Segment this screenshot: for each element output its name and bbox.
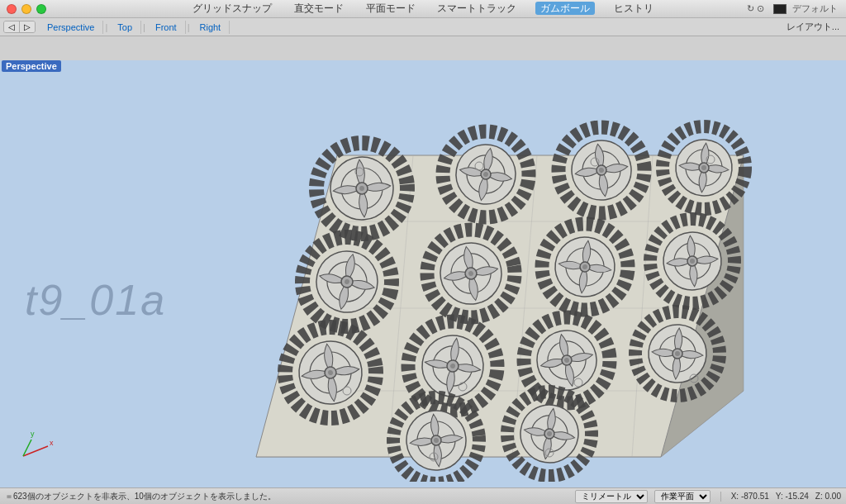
title-right-area: ↻ ⊙ デフォルト	[747, 2, 838, 15]
viewport-tab-group: ◁ ▷	[3, 21, 36, 33]
history-label[interactable]: ヒストリ	[611, 2, 657, 14]
viewport-active-label: Perspective	[2, 60, 61, 72]
cplane-select[interactable]: 作業平面	[654, 490, 711, 503]
grid-snap-label[interactable]: グリッドスナップ	[189, 2, 275, 14]
tab-right[interactable]: Right	[192, 21, 231, 34]
tab-sep-2: |	[141, 22, 147, 32]
toolbar-text: グリッドスナップ 直交モード 平面モード スマートトラック ガムボール ヒストリ	[189, 2, 656, 16]
tab-sep-3: |	[186, 22, 192, 32]
status-right: ミリメートル 作業平面 X: -870.51 Y: -15.24 Z: 0.00	[575, 490, 841, 503]
minimize-button[interactable]	[21, 4, 31, 14]
tab-top[interactable]: Top	[109, 21, 141, 34]
svg-text:y: y	[31, 430, 35, 438]
gumball-label[interactable]: ガムボール	[535, 2, 595, 15]
ortho-label[interactable]: 直交モード	[291, 2, 347, 14]
layout-button[interactable]: レイアウト...	[787, 21, 839, 33]
smart-track-label[interactable]: スマートトラック	[434, 2, 520, 14]
maximize-button[interactable]	[36, 4, 46, 14]
watermark-text: t9_01a	[25, 275, 166, 325]
default-label: デフォルト	[792, 3, 838, 13]
main-viewport[interactable]: t9_01a x y	[0, 60, 846, 487]
viewport-tabs-bar: ◁ ▷ Perspective | Top | Front | Right レイ…	[0, 18, 846, 36]
viewport-prev-button[interactable]: ◁	[4, 21, 20, 32]
axis-indicator: x y	[15, 423, 56, 464]
tab-perspective[interactable]: Perspective	[39, 21, 103, 34]
x-coord: X: -870.51	[731, 492, 769, 501]
svg-text:x: x	[50, 439, 54, 447]
gear-plate-3d	[182, 77, 777, 482]
close-button[interactable]	[7, 4, 17, 14]
z-coord: Z: 0.00	[815, 492, 841, 501]
window-controls	[7, 4, 46, 14]
titlebar: グリッドスナップ 直交モード 平面モード スマートトラック ガムボール ヒストリ…	[0, 0, 846, 18]
planar-label[interactable]: 平面モード	[363, 2, 419, 14]
tab-front[interactable]: Front	[147, 21, 186, 34]
status-sep-1	[720, 492, 721, 502]
sync-icon: ↻ ⊙	[747, 3, 764, 13]
status-message: ＝623個のオブジェクトを非表示、10個のオブジェクトを表示しました。	[5, 491, 276, 502]
y-coord: Y: -15.24	[776, 492, 809, 501]
statusbar: ＝623個のオブジェクトを非表示、10個のオブジェクトを表示しました。 ミリメー…	[0, 487, 846, 504]
tab-sep-1: |	[103, 22, 109, 32]
units-select[interactable]: ミリメートル	[575, 490, 648, 503]
viewport-next-button[interactable]: ▷	[20, 21, 35, 32]
